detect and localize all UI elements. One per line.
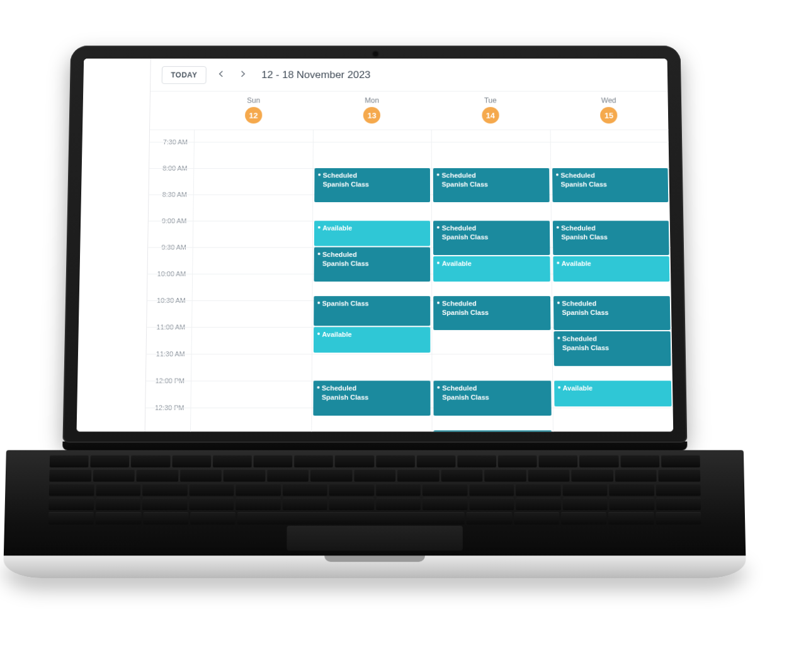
day-headers: Sun12Mon13Tue14Wed15: [150, 91, 668, 130]
day-number-badge: 15: [600, 107, 618, 123]
event-scheduled[interactable]: ScheduledSpanish Class: [433, 221, 550, 255]
left-rail: [77, 59, 151, 431]
prev-week-button[interactable]: [213, 68, 229, 82]
event-subtitle: Spanish Class: [322, 393, 426, 402]
day-number-badge: 14: [482, 107, 499, 123]
grid-body: 7:30 AM8:00 AM8:30 AM9:00 AM9:30 AM10:00…: [145, 130, 674, 432]
event-available[interactable]: Available: [313, 327, 430, 353]
time-label: 1:00 PM: [158, 431, 184, 431]
day-column[interactable]: [190, 130, 312, 432]
calendar-toolbar: TODAY 12 - 18 November 2023: [150, 59, 667, 91]
event-scheduled[interactable]: ScheduledSpanish Class: [553, 296, 670, 331]
event-title: Scheduled: [323, 172, 357, 179]
day-column[interactable]: ScheduledSpanish ClassScheduledSpanish C…: [431, 130, 553, 432]
event-subtitle: Spanish Class: [562, 344, 666, 353]
event-scheduled[interactable]: ScheduledSpanish Class: [433, 380, 551, 415]
event-title: Available: [562, 259, 591, 266]
day-of-week-label: Wed: [550, 96, 668, 105]
event-subtitle: Spanish Class: [442, 232, 545, 241]
calendar-grid[interactable]: Sun12Mon13Tue14Wed15 7:30 AM8:00 AM8:30 …: [145, 91, 674, 431]
event-scheduled[interactable]: ScheduledSpanish Class: [552, 221, 669, 255]
day-header[interactable]: Wed15: [550, 91, 669, 129]
chevron-right-icon: [241, 69, 246, 80]
day-of-week-label: Sun: [195, 96, 313, 105]
event-scheduled[interactable]: ScheduledSpanish Class: [314, 168, 430, 202]
event-subtitle: Spanish Class: [442, 393, 546, 402]
event-subtitle: Spanish Class: [560, 180, 663, 189]
event-title: Available: [322, 224, 352, 231]
event-title: Scheduled: [442, 300, 477, 307]
date-range-label: 12 - 18 November 2023: [261, 69, 370, 81]
event-subtitle: Spanish Class: [442, 308, 545, 317]
event-title: Scheduled: [561, 224, 596, 231]
event-title: Scheduled: [322, 384, 356, 392]
event-title: Scheduled: [442, 384, 477, 392]
event-available[interactable]: Available: [314, 221, 430, 246]
event-scheduled[interactable]: Spanish Class: [314, 296, 431, 326]
event-title: Scheduled: [441, 172, 475, 179]
event-scheduled[interactable]: ScheduledSpanish Class: [314, 248, 430, 282]
event-title: Scheduled: [562, 335, 597, 343]
event-available[interactable]: Available: [433, 256, 550, 282]
event-subtitle: Spanish Class: [561, 232, 664, 241]
event-scheduled[interactable]: ScheduledSpanish Class: [313, 380, 431, 415]
event-title: Scheduled: [562, 300, 596, 307]
event-title: Spanish Class: [322, 300, 369, 307]
day-header[interactable]: Sun12: [194, 91, 313, 129]
day-number-badge: 12: [245, 107, 262, 123]
day-header[interactable]: Mon13: [312, 91, 431, 129]
event-available[interactable]: Available: [554, 380, 672, 406]
day-header[interactable]: Tue14: [431, 91, 550, 129]
time-column: 7:30 AM8:00 AM8:30 AM9:00 AM9:30 AM10:00…: [145, 130, 194, 432]
event-title: Available: [442, 259, 472, 266]
chevron-left-icon: [219, 69, 224, 80]
event-title: Scheduled: [560, 172, 594, 179]
event-title: Available: [322, 331, 351, 338]
event-scheduled[interactable]: ScheduledSpanish Class: [553, 331, 671, 366]
event-scheduled[interactable]: ScheduledSpanish Class: [433, 168, 549, 202]
event-subtitle: Spanish Class: [323, 180, 426, 189]
day-number-badge: 13: [363, 107, 380, 123]
event-subtitle: Spanish Class: [562, 308, 665, 317]
today-button[interactable]: TODAY: [162, 66, 207, 84]
day-of-week-label: Mon: [313, 96, 431, 105]
event-title: Available: [563, 384, 593, 392]
day-column[interactable]: ScheduledSpanish ClassAvailableScheduled…: [311, 130, 432, 432]
event-subtitle: Spanish Class: [322, 259, 425, 268]
event-subtitle: Spanish Class: [442, 180, 545, 189]
calendar-app: TODAY 12 - 18 November 2023: [77, 59, 674, 431]
main-pane: TODAY 12 - 18 November 2023: [145, 59, 674, 431]
event-scheduled[interactable]: ScheduledSpanish Class: [434, 430, 552, 431]
day-of-week-label: Tue: [431, 96, 550, 105]
event-title: Scheduled: [442, 224, 477, 231]
event-scheduled[interactable]: ScheduledSpanish Class: [433, 296, 550, 331]
next-week-button[interactable]: [236, 68, 251, 82]
event-title: Scheduled: [322, 251, 357, 258]
day-column[interactable]: ScheduledSpanish ClassScheduledSpanish C…: [550, 130, 673, 432]
event-available[interactable]: Available: [553, 256, 670, 282]
event-scheduled[interactable]: ScheduledSpanish Class: [552, 168, 669, 202]
